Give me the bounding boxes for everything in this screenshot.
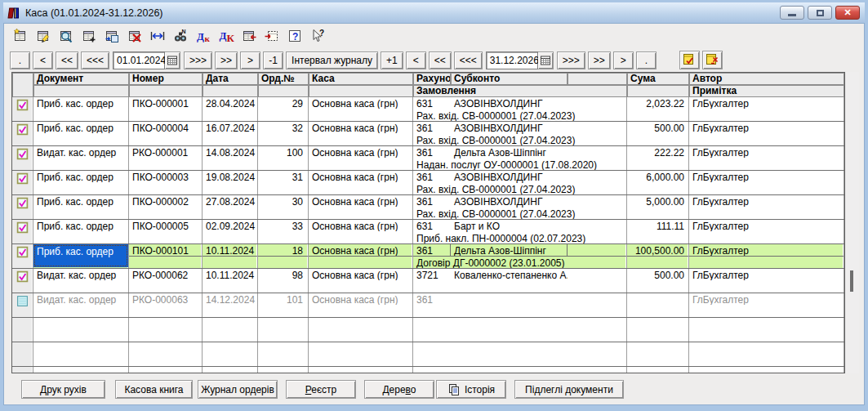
journal-row[interactable]: Приб. кас. ордерПКО-00000128.04.202429Ос… [12, 97, 844, 122]
to-prev-month-button[interactable]: << [429, 51, 452, 69]
tree-button[interactable]: Дерево [364, 380, 434, 399]
cell-kasa[interactable]: Основна каса (грн) [309, 293, 413, 317]
journal-row[interactable]: Видат. кас. ордерРКО-00000114.08.2024100… [12, 146, 844, 171]
from-point-button[interactable]: . [10, 51, 30, 69]
journal-row[interactable] [12, 318, 844, 342]
cell-kasa[interactable]: Основна каса (грн) [309, 171, 413, 194]
journal-row[interactable]: Приб. кас. ордерПКО-00000227.08.202430Ос… [12, 195, 844, 220]
journal-interval-button[interactable]: Інтервал журналу [286, 51, 378, 69]
cell-number[interactable]: ПКО-000001 [129, 97, 203, 121]
cell-number[interactable] [129, 318, 203, 342]
cell-ord[interactable] [258, 342, 309, 366]
cell-account-subconto[interactable]: 361Дельта Азов-ШіппінгДоговір ДГ-0000002… [413, 244, 627, 268]
cell-kasa[interactable]: Основна каса (грн) [309, 195, 413, 219]
to-next-year-button[interactable]: >>> [557, 51, 585, 69]
cell-document[interactable] [33, 342, 129, 366]
from-prev-year-button[interactable]: <<< [81, 51, 109, 69]
cell-sum[interactable] [627, 318, 689, 342]
new-row-icon[interactable] [11, 28, 29, 45]
vertical-scrollbar[interactable] [845, 72, 859, 373]
journal-row[interactable] [12, 342, 844, 367]
cell-ord[interactable]: 100 [258, 146, 309, 170]
cell-account-subconto[interactable]: 631АЗОВІНВХОЛДИНГРах. вхід. СВ-0000001 (… [413, 97, 627, 121]
cell-kasa[interactable]: Основна каса (грн) [309, 244, 413, 268]
cell-date[interactable]: 14.12.2024 [203, 293, 258, 317]
cell-number[interactable]: РКО-000063 [129, 293, 203, 317]
cell-kasa[interactable] [309, 318, 413, 342]
cell-document[interactable]: Видат. кас. ордер [33, 269, 129, 293]
row-status-cell[interactable] [12, 342, 33, 366]
cell-sum[interactable] [627, 367, 689, 373]
make-unposted-icon[interactable]: ДК [217, 28, 234, 45]
cell-kasa[interactable]: Основна каса (грн) [309, 122, 413, 145]
to-next-day-button[interactable]: > [613, 51, 634, 69]
cell-author[interactable]: ГлБухгалтер [689, 220, 844, 243]
from-prev-month-button[interactable]: << [56, 51, 78, 69]
row-status-cell[interactable] [12, 220, 33, 243]
cell-ord[interactable]: 101 [258, 293, 309, 317]
help-icon[interactable]: ? [286, 28, 303, 45]
register-button[interactable]: Реєстр [286, 380, 356, 399]
cell-ord[interactable]: 18 [258, 244, 309, 268]
cell-document[interactable]: Приб. кас. ордер [33, 195, 129, 219]
column-header-document[interactable]: Документ [33, 73, 129, 85]
journal-interval-icon[interactable] [149, 28, 166, 45]
from-next-year-button[interactable]: >>> [184, 51, 212, 69]
cell-date[interactable]: 14.08.2024 [203, 146, 258, 170]
row-status-cell[interactable] [12, 269, 33, 293]
open-operation-icon[interactable] [240, 28, 257, 45]
cell-date[interactable] [203, 318, 258, 342]
orders-journal-button[interactable]: Журнал ордерів [198, 380, 278, 399]
cell-date[interactable]: 28.04.2024 [203, 97, 258, 121]
row-status-cell[interactable] [12, 293, 33, 317]
filter-check-button[interactable] [679, 51, 700, 69]
column-header-note[interactable]: Примітка [689, 85, 844, 97]
cell-author[interactable]: ГлБухгалтер [689, 97, 844, 121]
context-help-icon[interactable]: ? [309, 28, 326, 45]
edit-row-icon[interactable] [34, 28, 51, 45]
cash-book-button[interactable]: Касова книга [115, 380, 193, 399]
cell-number[interactable]: ПКО-000003 [129, 171, 203, 194]
cell-account-subconto[interactable]: 361 [413, 293, 627, 317]
cell-author[interactable]: ГлБухгалтер [689, 269, 844, 293]
cell-sum[interactable] [627, 342, 689, 366]
column-header-account[interactable]: Рахунок [413, 73, 451, 85]
cell-sum[interactable]: 111.11 [627, 220, 689, 243]
cell-kasa[interactable]: Основна каса (грн) [309, 269, 413, 293]
cell-author[interactable] [689, 367, 844, 373]
cell-number[interactable]: РКО-000001 [129, 146, 203, 170]
journal-row[interactable]: Приб. кас. ордерПКО-00000502.09.202433Ос… [12, 220, 844, 244]
cell-author[interactable]: ГлБухгалтер [689, 244, 844, 268]
selected-cell[interactable]: Приб. кас. ордер [33, 244, 128, 267]
to-prev-day-button[interactable]: < [406, 51, 426, 69]
cell-date[interactable]: 27.08.2024 [203, 195, 258, 219]
cell-ord[interactable]: 32 [258, 122, 309, 145]
date-from-input-calendar-button[interactable] [165, 51, 180, 69]
delete-row-icon[interactable] [126, 28, 143, 45]
to-next-month-button[interactable]: >> [588, 51, 611, 69]
row-status-cell[interactable] [12, 171, 33, 194]
plus-one-button[interactable]: +1 [381, 51, 403, 69]
row-status-cell[interactable] [12, 146, 33, 170]
row-status-cell[interactable] [12, 244, 33, 268]
row-status-cell[interactable] [12, 122, 33, 145]
cell-account-subconto[interactable]: 3721Коваленко-степаненко А. Н. [413, 269, 627, 293]
cell-ord[interactable]: 31 [258, 171, 309, 194]
goto-document-journal-icon[interactable] [263, 28, 280, 45]
column-header-author[interactable]: Автор [689, 73, 844, 85]
column-header-sum[interactable]: Сума [627, 73, 689, 85]
cell-account-subconto[interactable] [413, 318, 627, 342]
cell-account-subconto[interactable]: 361АЗОВІНВХОЛДИНГРах. вхід. СВ-0000001 (… [413, 171, 627, 194]
cell-number[interactable] [129, 367, 203, 373]
journal-row[interactable]: Приб. кас. ордерПКО-00010110.11.202418Ос… [12, 244, 844, 269]
cell-sum[interactable]: 2,023.22 [627, 97, 689, 121]
date-to-input[interactable]: 31.12.2026 [486, 51, 538, 69]
cell-date[interactable]: 16.07.2024 [203, 122, 258, 145]
post-document-icon[interactable]: Дк [194, 28, 211, 45]
cell-kasa[interactable]: Основна каса (грн) [309, 220, 413, 243]
cell-author[interactable]: ГлБухгалтер [689, 146, 844, 170]
cell-document[interactable] [33, 318, 129, 342]
cell-author[interactable]: ГлБухгалтер [689, 122, 844, 145]
cell-author[interactable]: ГлБухгалтер [689, 195, 844, 219]
column-header-number[interactable]: Номер [129, 73, 203, 85]
